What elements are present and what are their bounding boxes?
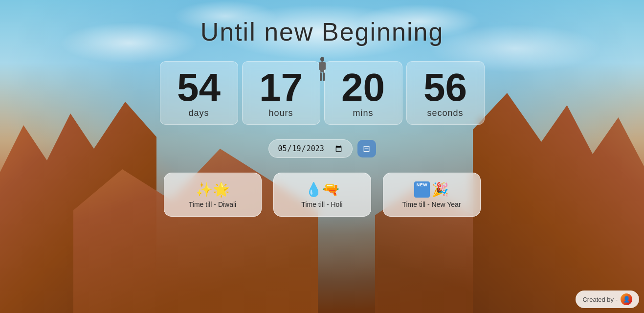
- countdown-mins: 20 mins: [324, 61, 402, 125]
- avatar-icon: 👤: [623, 296, 630, 303]
- hours-value: 17: [259, 68, 303, 107]
- event-card-new-year[interactable]: NEW 🎉 Time till - New Year: [383, 173, 481, 217]
- main-content: Until new Beginning 54 days 17 hours 20 …: [0, 0, 644, 313]
- svg-rect-1: [320, 62, 324, 72]
- seconds-value: 56: [423, 68, 467, 107]
- diwali-icons: ✨🌟: [196, 181, 230, 198]
- new-year-icons: NEW 🎉: [414, 181, 449, 198]
- svg-rect-5: [323, 72, 325, 81]
- new-year-label: Time till - New Year: [402, 201, 461, 208]
- event-card-holi[interactable]: 💧🔫 Time till - Holi: [273, 173, 371, 217]
- date-input[interactable]: [268, 139, 353, 158]
- svg-point-0: [320, 57, 324, 62]
- days-value: 54: [177, 68, 221, 107]
- svg-rect-2: [319, 62, 321, 70]
- new-badge: NEW: [414, 181, 430, 198]
- avatar: 👤: [621, 293, 632, 305]
- created-by-section: Created by - 👤: [576, 291, 639, 308]
- seconds-label: seconds: [427, 108, 463, 118]
- mins-value: 20: [341, 68, 385, 107]
- days-label: days: [188, 108, 209, 118]
- event-card-diwali[interactable]: ✨🌟 Time till - Diwali: [164, 173, 262, 217]
- svg-rect-4: [320, 72, 322, 81]
- diwali-label: Time till - Diwali: [189, 201, 236, 208]
- holi-icons: 💧🔫: [305, 181, 339, 198]
- person-silhouette: [318, 56, 327, 83]
- event-cards-row: ✨🌟 Time till - Diwali 💧🔫 Time till - Hol…: [164, 173, 481, 217]
- countdown-hours: 17 hours: [242, 61, 320, 125]
- svg-rect-3: [324, 62, 326, 70]
- set-date-icon: ⊟: [363, 143, 370, 154]
- mins-label: mins: [353, 108, 373, 118]
- countdown-days: 54 days: [160, 61, 238, 125]
- countdown-seconds: 56 seconds: [406, 61, 485, 125]
- set-date-button[interactable]: ⊟: [357, 140, 376, 157]
- page-title: Until new Beginning: [200, 17, 444, 46]
- created-by-label: Created by -: [582, 296, 618, 303]
- date-input-row: ⊟: [268, 139, 376, 158]
- hours-label: hours: [268, 108, 293, 118]
- holi-label: Time till - Holi: [301, 201, 342, 208]
